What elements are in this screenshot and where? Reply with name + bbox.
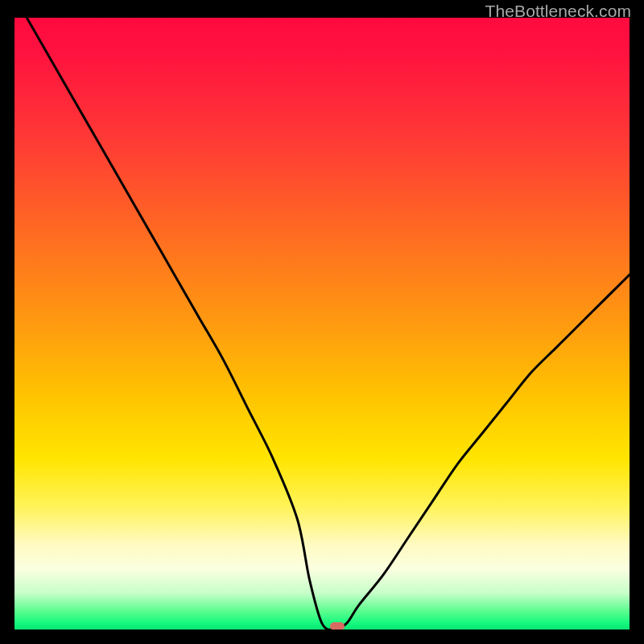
background-gradient [14,18,630,630]
watermark-text: TheBottleneck.com [485,2,631,21]
chart-frame: TheBottleneck.com [0,0,644,644]
plot-area [14,18,630,630]
